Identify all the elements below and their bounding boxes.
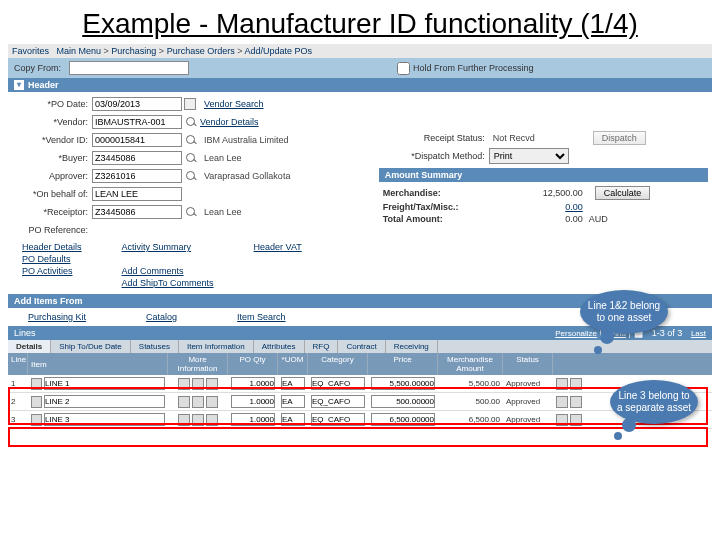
tab-shipto[interactable]: Ship To/Due Date bbox=[51, 340, 131, 353]
search-icon[interactable] bbox=[185, 206, 197, 218]
cat-input[interactable] bbox=[311, 413, 365, 426]
add-icon[interactable] bbox=[570, 396, 582, 408]
po-activities-link[interactable]: PO Activities bbox=[22, 266, 82, 276]
item-search-link[interactable]: Item Search bbox=[237, 312, 286, 322]
hold-checkbox[interactable] bbox=[397, 62, 410, 75]
copy-from-input[interactable] bbox=[69, 61, 189, 75]
search-icon[interactable] bbox=[185, 152, 197, 164]
add-shipto-link[interactable]: Add ShipTo Comments bbox=[122, 278, 214, 288]
add-icon[interactable] bbox=[570, 414, 582, 426]
receiptor-desc: Lean Lee bbox=[204, 207, 242, 217]
bc-fav[interactable]: Favorites bbox=[12, 46, 49, 56]
uom-input[interactable] bbox=[281, 413, 305, 426]
purchasing-kit-link[interactable]: Purchasing Kit bbox=[28, 312, 86, 322]
merch-label: Merchandise: bbox=[383, 188, 503, 198]
onbehalf-input[interactable] bbox=[92, 187, 182, 201]
comment-icon[interactable] bbox=[556, 396, 568, 408]
calendar-icon[interactable] bbox=[184, 98, 196, 110]
detail-icon[interactable] bbox=[206, 378, 218, 390]
po-date-label: PO Date: bbox=[12, 99, 92, 109]
bc-purchasing[interactable]: Purchasing bbox=[111, 46, 156, 56]
receiptor-input[interactable] bbox=[92, 205, 182, 219]
detail-icon[interactable] bbox=[192, 414, 204, 426]
detail-icon[interactable] bbox=[192, 378, 204, 390]
last-link[interactable]: Last bbox=[691, 329, 706, 338]
copy-from-bar: Copy From: Hold From Further Processing bbox=[8, 58, 712, 78]
price-input[interactable] bbox=[371, 413, 435, 426]
bc-main[interactable]: Main Menu bbox=[57, 46, 102, 56]
vendor-id-input[interactable] bbox=[92, 133, 182, 147]
search-icon[interactable] bbox=[185, 134, 197, 146]
item-icon[interactable] bbox=[31, 414, 42, 426]
qty-input[interactable] bbox=[231, 377, 275, 390]
comment-icon[interactable] bbox=[556, 378, 568, 390]
item-icon[interactable] bbox=[31, 378, 42, 390]
comment-icon[interactable] bbox=[556, 414, 568, 426]
buyer-input[interactable] bbox=[92, 151, 182, 165]
qty-input[interactable] bbox=[231, 413, 275, 426]
po-date-input[interactable] bbox=[92, 97, 182, 111]
collapse-icon[interactable]: ▾ bbox=[14, 80, 24, 90]
cat-input[interactable] bbox=[311, 395, 365, 408]
lines-title: Lines bbox=[14, 328, 36, 338]
qty-input[interactable] bbox=[231, 395, 275, 408]
detail-icon[interactable] bbox=[206, 414, 218, 426]
header-section-bar[interactable]: ▾ Header bbox=[8, 78, 712, 92]
price-input[interactable] bbox=[371, 377, 435, 390]
col-uom: *UOM bbox=[278, 353, 308, 375]
tab-rfq[interactable]: RFQ bbox=[305, 340, 339, 353]
total-label: Total Amount: bbox=[383, 214, 503, 224]
detail-icon[interactable] bbox=[178, 396, 190, 408]
cat-input[interactable] bbox=[311, 377, 365, 390]
uom-input[interactable] bbox=[281, 395, 305, 408]
bc-po[interactable]: Purchase Orders bbox=[167, 46, 235, 56]
tab-statuses[interactable]: Statuses bbox=[131, 340, 179, 353]
item-icon[interactable] bbox=[31, 396, 42, 408]
grid-header: Line Item More Information PO Qty *UOM C… bbox=[8, 353, 712, 375]
po-defaults-link[interactable]: PO Defaults bbox=[22, 254, 82, 264]
col-cat: Category bbox=[308, 353, 368, 375]
receipt-status-value: Not Recvd bbox=[493, 133, 573, 143]
slide-title: Example - Manufacturer ID functionality … bbox=[0, 0, 720, 44]
amount-summary-title: Amount Summary bbox=[385, 170, 463, 180]
search-icon[interactable] bbox=[185, 116, 197, 128]
tab-receiving[interactable]: Receiving bbox=[386, 340, 438, 353]
tab-contract[interactable]: Contract bbox=[338, 340, 385, 353]
activity-summary-link[interactable]: Activity Summary bbox=[122, 242, 214, 252]
approver-label: Approver: bbox=[12, 171, 92, 181]
buyer-desc: Lean Lee bbox=[204, 153, 242, 163]
search-icon[interactable] bbox=[185, 170, 197, 182]
header-details-link[interactable]: Header Details bbox=[22, 242, 82, 252]
add-icon[interactable] bbox=[570, 378, 582, 390]
tab-iteminfo[interactable]: Item Information bbox=[179, 340, 254, 353]
catalog-link[interactable]: Catalog bbox=[146, 312, 177, 322]
item-input[interactable] bbox=[44, 377, 165, 390]
item-input[interactable] bbox=[44, 395, 165, 408]
vendor-input[interactable] bbox=[92, 115, 182, 129]
merch-value: 12,500.00 bbox=[503, 188, 583, 198]
personalize-link[interactable]: Personalize bbox=[555, 329, 597, 338]
item-input[interactable] bbox=[44, 413, 165, 426]
detail-icon[interactable] bbox=[206, 396, 218, 408]
vendor-search-link[interactable]: Vendor Search bbox=[204, 99, 264, 109]
detail-icon[interactable] bbox=[178, 414, 190, 426]
add-comments-link[interactable]: Add Comments bbox=[122, 266, 214, 276]
vendor-id-desc: IBM Australia Limited bbox=[204, 135, 289, 145]
detail-icon[interactable] bbox=[178, 378, 190, 390]
price-input[interactable] bbox=[371, 395, 435, 408]
header-vat-link[interactable]: Header VAT bbox=[254, 242, 302, 252]
cell-amt: 5,500.00 bbox=[438, 378, 503, 389]
tab-attributes[interactable]: Attributes bbox=[254, 340, 305, 353]
dispatch-button[interactable]: Dispatch bbox=[593, 131, 646, 145]
vendor-details-link[interactable]: Vendor Details bbox=[200, 117, 259, 127]
freight-value[interactable]: 0.00 bbox=[503, 202, 583, 212]
uom-input[interactable] bbox=[281, 377, 305, 390]
bc-addupdate[interactable]: Add/Update POs bbox=[244, 46, 312, 56]
approver-input[interactable] bbox=[92, 169, 182, 183]
vendor-id-label: Vendor ID: bbox=[12, 135, 92, 145]
calculate-button[interactable]: Calculate bbox=[595, 186, 651, 200]
tab-details[interactable]: Details bbox=[8, 340, 51, 353]
dispatch-method-select[interactable]: Print bbox=[489, 148, 569, 164]
detail-icon[interactable] bbox=[192, 396, 204, 408]
onbehalf-label: On behalf of: bbox=[12, 189, 92, 199]
